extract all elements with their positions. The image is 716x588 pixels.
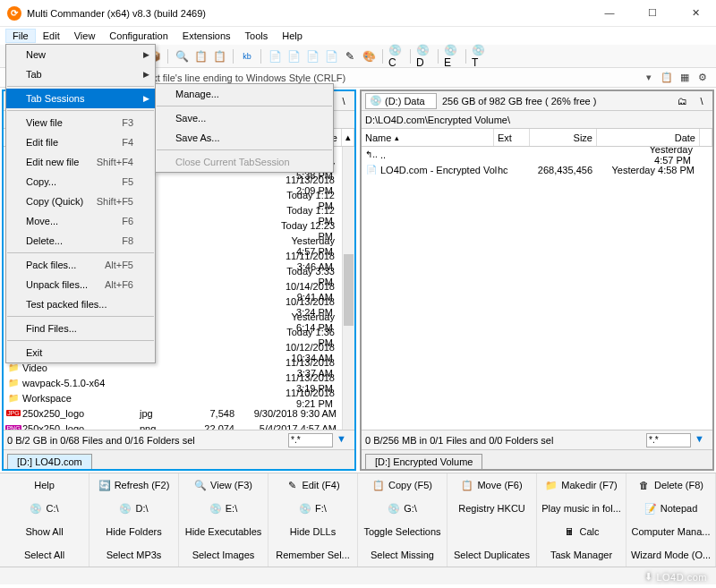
bottom-button[interactable]: ✎Edit (F4) bbox=[268, 473, 358, 497]
tree-icon[interactable]: 🗂 bbox=[675, 94, 689, 108]
toolbar-btn[interactable]: 🎨 bbox=[361, 48, 377, 64]
bottom-button[interactable]: 🗑Delete (F8) bbox=[626, 473, 716, 497]
col-name[interactable]: Name▴ bbox=[362, 129, 494, 146]
submenu-save-as[interactable]: Save As... bbox=[156, 128, 333, 148]
toolbar-btn[interactable]: 🔍 bbox=[174, 48, 190, 64]
file-row[interactable]: ↰....Yesterday 4:57 PM bbox=[362, 147, 700, 162]
menu-extensions[interactable]: Extensions bbox=[175, 29, 238, 43]
bottom-button[interactable]: Registry HKCU bbox=[448, 497, 537, 520]
bottom-button[interactable]: 💿C:\ bbox=[0, 497, 90, 520]
menu-tab[interactable]: Tab▶ bbox=[6, 64, 155, 84]
toolbar-btn[interactable]: 📄 bbox=[286, 48, 302, 64]
bottom-button[interactable]: 💿D:\ bbox=[90, 497, 179, 520]
toolbar-btn[interactable]: 📄 bbox=[267, 48, 283, 64]
bottom-button[interactable]: Select All bbox=[0, 543, 90, 567]
menu-tools[interactable]: Tools bbox=[238, 29, 276, 43]
toolbar-btn[interactable]: 💿 D bbox=[416, 48, 432, 64]
right-file-list[interactable]: ↰....Yesterday 4:57 PM📄LO4D.com - Encryp… bbox=[362, 147, 712, 430]
toolbar-btn[interactable]: 📄 bbox=[304, 48, 320, 64]
bottom-button[interactable]: 💿G:\ bbox=[358, 497, 448, 520]
bottom-button[interactable]: Play music in fol... bbox=[537, 497, 626, 520]
menu-edit[interactable]: Edit bbox=[36, 29, 67, 43]
toolbar-btn[interactable]: ✎ bbox=[342, 48, 358, 64]
toolbar-btn[interactable]: kb bbox=[239, 48, 255, 64]
right-filter-input[interactable] bbox=[646, 433, 691, 447]
menu-view-file[interactable]: View fileF3 bbox=[6, 113, 155, 132]
right-drive-selector[interactable]: 💿(D:) Data bbox=[365, 93, 437, 109]
hint-icon[interactable]: 📋 bbox=[659, 70, 675, 86]
bottom-button[interactable]: Hide DLLs bbox=[268, 520, 358, 543]
file-row[interactable]: JPG250x250_logojpg7,5489/30/2018 9:30 AM bbox=[4, 405, 342, 421]
menu-tab-sessions[interactable]: Tab Sessions▶ bbox=[6, 89, 155, 108]
filter-icon[interactable]: ▼ bbox=[337, 433, 351, 447]
bottom-button[interactable]: 📋Move (F6) bbox=[448, 473, 537, 497]
menu-test-packed[interactable]: Test packed files... bbox=[6, 294, 155, 314]
menu-copy-quick[interactable]: Copy (Quick)Shift+F5 bbox=[6, 192, 155, 211]
filter-icon[interactable]: ▼ bbox=[695, 433, 709, 447]
bottom-button[interactable]: Select Duplicates bbox=[448, 543, 537, 567]
menu-delete[interactable]: Delete...F8 bbox=[6, 231, 155, 251]
bottom-button[interactable]: 💿E:\ bbox=[179, 497, 268, 520]
menu-unpack[interactable]: Unpack files...Alt+F6 bbox=[6, 275, 155, 294]
file-row[interactable]: 📁Workspace11/10/2018 9:21 PM bbox=[4, 390, 342, 405]
col-ext[interactable]: Ext bbox=[494, 129, 530, 146]
right-tab[interactable]: [D:] Encrypted Volume bbox=[365, 454, 482, 469]
bottom-button[interactable]: Wizard Mode (O... bbox=[626, 543, 716, 567]
menu-exit[interactable]: Exit bbox=[6, 343, 155, 362]
hint-dropdown-icon[interactable]: ▾ bbox=[646, 72, 652, 83]
col-date[interactable]: Date bbox=[597, 129, 700, 146]
left-filter-input[interactable] bbox=[288, 433, 333, 447]
toolbar-btn[interactable]: 📋 bbox=[192, 48, 209, 64]
left-scrollbar[interactable] bbox=[342, 147, 354, 430]
left-tab[interactable]: [D:] LO4D.com bbox=[7, 454, 92, 469]
menu-configuration[interactable]: Configuration bbox=[102, 29, 175, 43]
col-size[interactable]: Size bbox=[530, 129, 597, 146]
toolbar-btn[interactable]: 💿 C bbox=[388, 48, 405, 64]
menu-view[interactable]: View bbox=[67, 29, 103, 43]
menu-new[interactable]: New▶ bbox=[6, 45, 155, 64]
bottom-button[interactable]: Hide Executables bbox=[179, 520, 268, 543]
toolbar-btn[interactable]: 💿 E bbox=[444, 48, 460, 64]
menu-find-files[interactable]: Find Files... bbox=[6, 319, 155, 338]
bottom-button[interactable]: Show All bbox=[0, 520, 90, 543]
bottom-button[interactable]: Task Manager bbox=[537, 543, 626, 567]
toolbar-btn[interactable]: 💿 T bbox=[472, 48, 488, 64]
submenu-manage[interactable]: Manage... bbox=[156, 84, 333, 104]
bottom-button[interactable]: Select MP3s bbox=[90, 543, 179, 567]
right-pathbar[interactable]: D:\LO4D.com\Encrypted Volume\ bbox=[362, 111, 712, 129]
toolbar-btn[interactable]: 📋 bbox=[211, 48, 227, 64]
menu-edit-file[interactable]: Edit fileF4 bbox=[6, 132, 155, 152]
bottom-button[interactable]: Select Missing bbox=[358, 543, 448, 567]
bottom-button[interactable]: Computer Mana... bbox=[626, 520, 716, 543]
bottom-button[interactable]: 🖩Calc bbox=[537, 520, 626, 543]
toolbar-btn[interactable]: 📄 bbox=[323, 48, 339, 64]
bottom-button[interactable]: 📁Makedir (F7) bbox=[537, 473, 626, 497]
menu-file[interactable]: File bbox=[5, 29, 36, 43]
bottom-button[interactable]: Remember Sel... bbox=[268, 543, 358, 567]
hint-icon[interactable]: ▦ bbox=[677, 70, 693, 86]
up-icon[interactable]: \ bbox=[695, 94, 709, 108]
maximize-button[interactable]: ☐ bbox=[639, 7, 666, 19]
menu-help[interactable]: Help bbox=[275, 29, 310, 43]
file-row[interactable]: 📄LO4D.com - Encrypted Volumehc268,435,45… bbox=[362, 162, 700, 177]
bottom-button[interactable]: 🔄Refresh (F2) bbox=[90, 473, 179, 497]
bottom-button[interactable]: 📝Notepad bbox=[626, 497, 716, 520]
bottom-button[interactable]: Hide Folders bbox=[90, 520, 179, 543]
close-button[interactable]: ✕ bbox=[682, 7, 709, 19]
hint-icon[interactable]: ⚙ bbox=[695, 70, 711, 86]
bottom-button[interactable]: Toggle Selections bbox=[358, 520, 448, 543]
submenu-save[interactable]: Save... bbox=[156, 108, 333, 128]
menu-pack[interactable]: Pack files...Alt+F5 bbox=[6, 255, 155, 275]
menu-move[interactable]: Move...F6 bbox=[6, 211, 155, 231]
menu-copy[interactable]: Copy...F5 bbox=[6, 172, 155, 192]
bottom-button[interactable]: Help bbox=[0, 473, 90, 497]
bottom-button[interactable]: Select Images bbox=[179, 543, 268, 567]
up-icon[interactable]: \ bbox=[337, 94, 351, 108]
bottom-button[interactable]: 📋Copy (F5) bbox=[358, 473, 448, 497]
minimize-button[interactable]: — bbox=[596, 7, 623, 19]
bottom-button[interactable] bbox=[448, 520, 537, 543]
menu-edit-new-file[interactable]: Edit new fileShift+F4 bbox=[6, 152, 155, 172]
bottom-button[interactable]: 🔍View (F3) bbox=[179, 473, 268, 497]
file-row[interactable]: PNG250x250_logopng22,0745/4/2017 4:57 AM bbox=[4, 421, 342, 430]
bottom-button[interactable]: 💿F:\ bbox=[268, 497, 358, 520]
